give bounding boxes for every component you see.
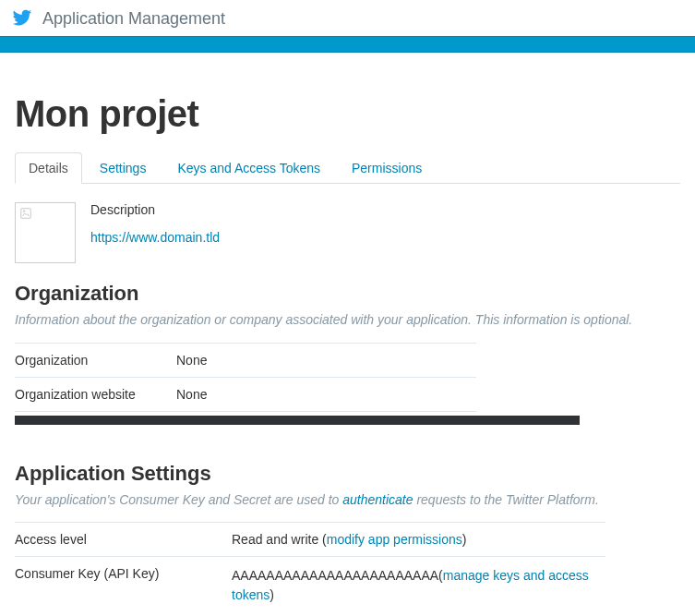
table-row: Access level Read and write (modify app …	[15, 523, 605, 557]
tab-details[interactable]: Details	[15, 152, 82, 184]
app-domain-link[interactable]: https://www.domain.tld	[90, 230, 220, 245]
organization-table: Organization None Organization website N…	[15, 343, 476, 412]
org-key: Organization	[15, 343, 176, 377]
authenticate-link[interactable]: authenticate	[342, 492, 413, 507]
sub-suffix: requests to the Twitter Platform.	[413, 492, 599, 507]
access-level-key: Access level	[15, 523, 232, 557]
consumer-key-label: Consumer Key (API Key)	[15, 557, 232, 615]
description-label: Description	[90, 202, 220, 217]
app-icon-placeholder	[15, 202, 76, 263]
org-website-value: None	[176, 377, 476, 411]
broken-image-icon	[19, 207, 32, 220]
app-settings-subtitle: Your application's Consumer Key and Secr…	[15, 491, 680, 510]
table-row: Organization website None	[15, 377, 476, 411]
tab-keys-tokens[interactable]: Keys and Access Tokens	[163, 152, 334, 184]
svg-point-1	[23, 211, 25, 212]
consumer-key-suffix: )	[270, 587, 274, 602]
svg-rect-0	[21, 209, 31, 219]
tab-settings[interactable]: Settings	[86, 152, 161, 184]
app-settings-title: Application Settings	[15, 462, 680, 486]
sub-prefix: Your application's Consumer Key and Secr…	[15, 492, 342, 507]
dark-divider-bar	[15, 416, 580, 425]
table-row: Organization None	[15, 343, 476, 377]
tab-bar: Details Settings Keys and Access Tokens …	[15, 151, 680, 184]
org-value: None	[176, 343, 476, 377]
header-accent-strip	[0, 36, 695, 53]
organization-subtitle: Information about the organization or co…	[15, 311, 680, 330]
access-level-suffix: )	[462, 532, 467, 547]
tab-permissions[interactable]: Permissions	[338, 152, 436, 184]
consumer-key-value: AAAAAAAAAAAAAAAAAAAAAAAA(manage keys and…	[232, 557, 605, 615]
table-row: Consumer Key (API Key) AAAAAAAAAAAAAAAAA…	[15, 557, 605, 615]
modify-permissions-link[interactable]: modify app permissions	[327, 532, 462, 547]
organization-title: Organization	[15, 282, 680, 306]
main-content: Mon projet Details Settings Keys and Acc…	[0, 53, 695, 616]
description-block: Description https://www.domain.tld	[90, 202, 220, 263]
brand-title: Application Management	[42, 9, 225, 29]
top-bar: Application Management	[0, 0, 695, 36]
page-title: Mon projet	[15, 93, 680, 135]
app-settings-table: Access level Read and write (modify app …	[15, 522, 605, 614]
consumer-key-text: AAAAAAAAAAAAAAAAAAAAAAAA(	[232, 568, 443, 583]
details-header: Description https://www.domain.tld	[15, 202, 680, 263]
twitter-bird-icon	[9, 7, 35, 30]
org-website-key: Organization website	[15, 377, 176, 411]
access-level-value: Read and write (modify app permissions)	[232, 523, 605, 557]
access-level-text: Read and write (	[232, 532, 327, 547]
